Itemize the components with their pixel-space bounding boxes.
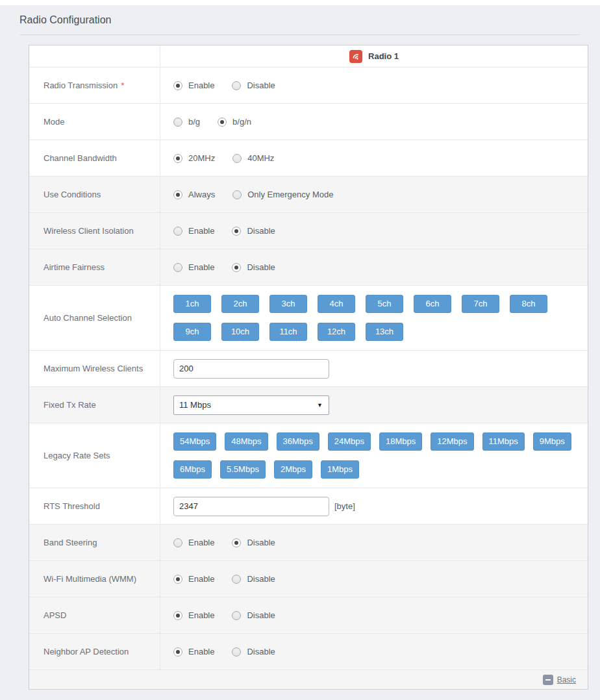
radio-button[interactable] <box>173 81 182 90</box>
table-row: Auto Channel Selection 1ch 2ch 3ch 4ch 5… <box>29 285 588 350</box>
basic-link[interactable]: Basic <box>557 675 576 684</box>
table-row: Neighbor AP Detection Enable Disable <box>29 633 588 669</box>
table-footer-row: Basic <box>29 669 588 689</box>
radio-button[interactable] <box>173 118 182 127</box>
rate-button-54mbps[interactable]: 54Mbps <box>173 432 216 451</box>
channel-button-6ch[interactable]: 6ch <box>414 295 451 313</box>
radio-option-always[interactable]: Always <box>173 190 215 199</box>
row-label: Auto Channel Selection <box>29 286 160 350</box>
row-label: APSD <box>29 597 160 633</box>
byte-unit-label: [byte] <box>334 501 355 511</box>
table-row: Wireless Client Isolation Enable Disable <box>29 212 588 249</box>
channel-button-11ch[interactable]: 11ch <box>269 323 307 341</box>
radio-button[interactable] <box>232 538 241 547</box>
table-row: Legacy Rate Sets 54Mbps 48Mbps 36Mbps 24… <box>29 423 588 488</box>
rate-button-9mbps[interactable]: 9Mbps <box>533 432 571 451</box>
row-label: Use Conditions <box>29 177 160 212</box>
radio-button[interactable] <box>232 647 241 656</box>
max-wireless-clients-input[interactable] <box>173 359 329 379</box>
radio-option-disable[interactable]: Disable <box>232 262 275 272</box>
minus-icon[interactable] <box>543 675 553 685</box>
channel-button-2ch[interactable]: 2ch <box>221 295 259 313</box>
radio-button[interactable] <box>173 227 182 236</box>
row-label: RTS Threshold <box>29 488 160 524</box>
radio-option-disable[interactable]: Disable <box>232 647 275 656</box>
header-radio-cell: Radio 1 <box>160 45 588 67</box>
rate-button-2mbps[interactable]: 2Mbps <box>274 460 312 479</box>
radio-option-40mhz[interactable]: 40MHz <box>232 153 274 163</box>
radio-option-disable[interactable]: Disable <box>232 81 275 90</box>
rate-button-24mbps[interactable]: 24Mbps <box>328 432 371 451</box>
table-row: Radio Transmission * Enable Disable <box>29 67 588 103</box>
channel-button-5ch[interactable]: 5ch <box>366 295 403 313</box>
channel-button-4ch[interactable]: 4ch <box>318 295 355 313</box>
wifi-icon <box>349 50 362 63</box>
radio-option-enable[interactable]: Enable <box>173 574 214 584</box>
rate-button-11mbps[interactable]: 11Mbps <box>482 432 525 451</box>
radio-button[interactable] <box>173 611 182 620</box>
channel-button-9ch[interactable]: 9ch <box>173 323 211 341</box>
row-label: Mode <box>29 104 160 140</box>
channel-button-3ch[interactable]: 3ch <box>269 295 307 313</box>
radio-button[interactable] <box>232 263 241 272</box>
rate-button-1mbps[interactable]: 1Mbps <box>321 460 359 479</box>
table-row: Airtime Fairness Enable Disable <box>29 249 588 285</box>
radio-option-20mhz[interactable]: 20MHz <box>173 153 215 163</box>
table-header-row: Radio 1 <box>29 45 588 67</box>
radio-option-enable[interactable]: Enable <box>173 538 214 547</box>
rate-button-12mbps[interactable]: 12Mbps <box>431 432 473 451</box>
radio-option-enable[interactable]: Enable <box>173 81 214 90</box>
radio-option-enable[interactable]: Enable <box>173 262 214 272</box>
table-row: Fixed Tx Rate 11 Mbps <box>29 386 588 423</box>
rate-button-6mbps[interactable]: 6Mbps <box>173 460 212 479</box>
rate-button-48mbps[interactable]: 48Mbps <box>225 432 268 451</box>
radio-option-only-emergency-mode[interactable]: Only Emergency Mode <box>232 190 333 199</box>
radio-button[interactable] <box>218 118 227 127</box>
radio-option-bg[interactable]: b/g <box>173 117 200 127</box>
radio-button[interactable] <box>232 190 242 199</box>
radio-button[interactable] <box>232 611 241 620</box>
rate-button-5-5mbps[interactable]: 5.5Mbps <box>220 460 266 479</box>
row-label: Channel Bandwidth <box>29 140 160 176</box>
channel-button-10ch[interactable]: 10ch <box>221 323 259 341</box>
rate-button-18mbps[interactable]: 18Mbps <box>379 432 422 451</box>
radio-button[interactable] <box>173 538 182 547</box>
fixed-tx-rate-select[interactable]: 11 Mbps <box>173 395 329 415</box>
fixed-tx-rate-select-wrap: 11 Mbps <box>173 395 329 415</box>
radio-option-disable[interactable]: Disable <box>232 226 275 236</box>
radio-option-enable[interactable]: Enable <box>173 647 214 656</box>
radio-button[interactable] <box>173 154 182 163</box>
row-label: Fixed Tx Rate <box>29 387 160 423</box>
channel-button-7ch[interactable]: 7ch <box>462 295 499 313</box>
radio-option-disable[interactable]: Disable <box>232 574 275 584</box>
radio-option-disable[interactable]: Disable <box>232 538 275 547</box>
radio-button[interactable] <box>173 263 182 272</box>
rate-button-36mbps[interactable]: 36Mbps <box>277 432 319 451</box>
table-row: Channel Bandwidth 20MHz 40MHz <box>29 140 588 176</box>
radio-button[interactable] <box>173 647 182 656</box>
radio-button[interactable] <box>232 227 241 236</box>
radio-option-enable[interactable]: Enable <box>173 610 214 620</box>
rts-threshold-input[interactable] <box>173 497 329 516</box>
radio-button[interactable] <box>232 154 242 163</box>
radio-option-bgn[interactable]: b/g/n <box>218 117 251 127</box>
radio-option-enable[interactable]: Enable <box>173 226 214 236</box>
header-empty-cell <box>29 45 160 67</box>
radio-column-title: Radio 1 <box>368 51 399 61</box>
radio-button[interactable] <box>173 190 182 199</box>
channel-button-12ch[interactable]: 12ch <box>318 323 355 341</box>
radio-button[interactable] <box>173 575 182 584</box>
table-row: Mode b/g b/g/n <box>29 103 588 140</box>
page-title: Radio Configuration <box>19 14 600 26</box>
radio-button[interactable] <box>232 575 241 584</box>
table-row: Wi-Fi Multimedia (WMM) Enable Disable <box>29 560 588 597</box>
table-row: Band Steering Enable Disable <box>29 524 588 560</box>
radio-option-disable[interactable]: Disable <box>232 610 275 620</box>
row-label: Airtime Fairness <box>29 249 160 285</box>
channel-button-13ch[interactable]: 13ch <box>366 323 403 341</box>
radio-button[interactable] <box>232 81 241 90</box>
channel-button-8ch[interactable]: 8ch <box>510 295 547 313</box>
row-label: Wi-Fi Multimedia (WMM) <box>29 561 160 597</box>
row-label: Radio Transmission * <box>29 68 160 103</box>
channel-button-1ch[interactable]: 1ch <box>173 295 211 313</box>
